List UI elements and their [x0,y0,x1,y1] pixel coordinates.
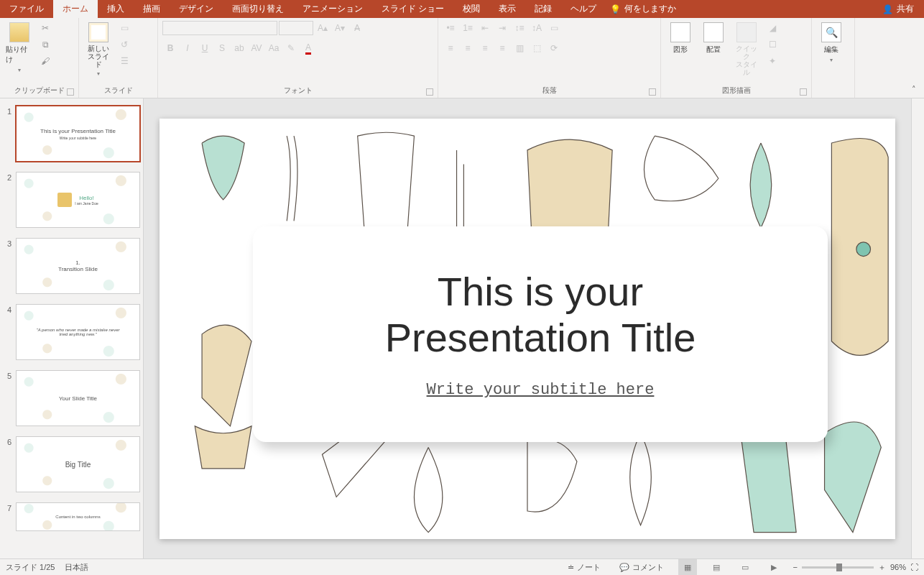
dialog-launcher-icon[interactable] [649,88,656,96]
slide-thumbnail-5[interactable]: Your Slide Title [16,370,140,426]
reading-view-button[interactable]: ▭ [736,559,754,575]
bullets-button[interactable]: •≡ [443,21,458,35]
layout-button[interactable]: ▭ [116,21,132,35]
zoom-in-button[interactable]: ＋ [878,562,886,573]
paste-button[interactable]: 貼り付け ▾ [4,21,34,75]
tab-home[interactable]: ホーム [53,0,98,18]
spacing-button[interactable]: AV [249,41,264,55]
slide-thumbnail-7[interactable]: Content in two columns [16,502,140,531]
shapes-button[interactable]: 図形 [665,21,696,56]
tab-slideshow[interactable]: スライド ショー [372,0,453,18]
font-family-select[interactable] [162,21,277,35]
clipboard-icon [9,22,29,42]
indent-dec-button[interactable]: ⇤ [477,21,493,35]
find-button[interactable]: 🔍 編集 ▾ [816,21,846,65]
notes-button[interactable]: ≐ノート [563,559,605,575]
slide-thumbnail-2[interactable]: Hello!I am Jane Doe [16,172,140,228]
tab-draw[interactable]: 描画 [134,0,170,18]
clear-format-button[interactable]: A̶ [349,21,365,35]
change-case-button[interactable]: Aa [266,41,282,55]
tab-view[interactable]: 表示 [489,0,525,18]
slide-thumbnail-4[interactable]: "A person who never made a mistake never… [16,304,140,360]
zoom-out-button[interactable]: − [793,563,798,571]
cut-button[interactable]: ✂ [37,21,53,35]
indent-inc-button[interactable]: ⇥ [494,21,510,35]
align-text-button[interactable]: ▭ [546,21,562,35]
smartart-button[interactable]: ⬚ [529,41,545,55]
shape-effects-button[interactable]: ✦ [764,54,780,68]
tell-me[interactable]: 💡 何をしますか [610,0,676,18]
thumb-title: Content in two columns [55,515,100,519]
thumb-number: 4 [3,304,11,360]
italic-button[interactable]: I [180,41,195,55]
tab-design[interactable]: デザイン [170,0,223,18]
share-button[interactable]: 👤 共有 [872,0,924,18]
tab-file[interactable]: ファイル [0,0,53,18]
text-direction-button[interactable]: ↕A [529,21,545,35]
new-slide-label: 新しい スライド [85,45,112,68]
tab-animations[interactable]: アニメーション [293,0,372,18]
increase-font-button[interactable]: A▴ [315,21,331,35]
tab-help[interactable]: ヘルプ [561,0,606,18]
section-button[interactable]: ☰ [116,54,132,68]
zoom-slider[interactable] [802,566,874,569]
highlight-button[interactable]: ✎ [283,41,299,55]
align-center-button[interactable]: ≡ [460,41,476,55]
slide-title[interactable]: This is your Presentation Title [385,269,696,362]
tab-insert[interactable]: 挿入 [98,0,134,18]
convert-button[interactable]: ⟳ [546,41,562,55]
decrease-font-button[interactable]: A▾ [332,21,348,35]
zoom-knob[interactable] [836,564,842,571]
shape-outline-button[interactable]: ☐ [764,37,780,52]
line-spacing-button[interactable]: ↕≡ [512,21,527,35]
group-slides: 新しい スライド ▾ ▭ ↺ ☰ スライド [79,18,158,98]
quick-styles-label: クイック スタイル [733,45,760,76]
quick-styles-button[interactable]: クイック スタイル [731,21,762,78]
arrange-icon [703,22,724,42]
slide-canvas-area[interactable]: This is your Presentation Title Write yo… [144,98,911,558]
font-color-button[interactable]: A [300,41,316,55]
strike-button[interactable]: S [214,41,230,55]
shape-fill-button[interactable]: ◢ [764,21,780,35]
columns-button[interactable]: ▥ [512,41,527,55]
slideshow-view-button[interactable]: ▶ [764,559,783,575]
font-size-select[interactable] [279,21,313,35]
copy-button[interactable]: ⧉ [37,37,53,52]
slide-subtitle[interactable]: Write your subtitle here [427,381,655,399]
fit-window-button[interactable]: ⛶ [910,563,918,571]
thumb-title: This is your Presentation Title [40,128,116,134]
bold-button[interactable]: B [162,41,178,55]
group-drawing: 図形 配置 クイック スタイル ◢ ☐ ✦ 図形描画 [661,18,812,98]
slide-thumbnail-1[interactable]: This is your Presentation TitleWrite you… [16,106,140,162]
thumbnail-panel[interactable]: 1This is your Presentation TitleWrite yo… [0,98,144,558]
numbering-button[interactable]: 1≡ [460,21,476,35]
slide[interactable]: This is your Presentation Title Write yo… [160,119,895,539]
normal-view-button[interactable]: ▦ [678,559,697,575]
zoom-level[interactable]: 96% [890,563,906,571]
dialog-launcher-icon[interactable] [67,88,74,96]
title-line-1: This is your [438,269,643,314]
sorter-view-button[interactable]: ▤ [707,559,726,575]
slide-thumbnail-6[interactable]: Big Title [16,436,140,492]
title-card[interactable]: This is your Presentation Title Write yo… [253,226,828,442]
format-painter-button[interactable]: 🖌 [37,54,53,68]
slide-thumbnail-3[interactable]: 1. Transition Slide [16,238,140,294]
tab-record[interactable]: 記録 [525,0,561,18]
new-slide-button[interactable]: 新しい スライド ▾ [83,21,114,78]
reset-button[interactable]: ↺ [116,37,132,52]
underline-button[interactable]: U [197,41,213,55]
comments-button[interactable]: 💬コメント [615,559,668,575]
dialog-launcher-icon[interactable] [426,88,433,96]
justify-button[interactable]: ≡ [494,41,510,55]
collapse-ribbon-button[interactable]: ˄ [908,83,920,95]
align-left-button[interactable]: ≡ [443,41,458,55]
shadow-button[interactable]: ab [231,41,247,55]
vertical-scrollbar[interactable] [911,98,924,558]
language-indicator[interactable]: 日本語 [65,562,88,573]
align-right-button[interactable]: ≡ [477,41,493,55]
dialog-launcher-icon[interactable] [800,88,807,96]
comments-label: コメント [632,562,664,573]
arrange-button[interactable]: 配置 [698,21,729,56]
tab-review[interactable]: 校閲 [453,0,489,18]
tab-transitions[interactable]: 画面切り替え [223,0,293,18]
